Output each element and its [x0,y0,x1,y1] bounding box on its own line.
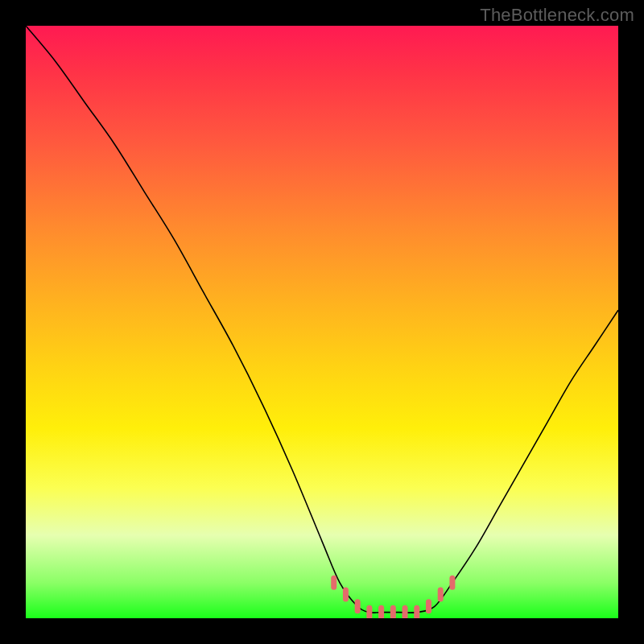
plot-area [26,26,618,618]
optimal-marker [331,576,336,590]
optimal-marker [390,605,396,618]
optimal-marker [402,605,408,618]
optimal-marker [438,588,444,602]
bottleneck-curve [26,26,618,613]
optimal-marker [355,599,361,613]
optimal-marker [378,605,384,618]
attribution-text: TheBottleneck.com [480,5,634,26]
optimal-marker [366,605,372,618]
bottleneck-curve-svg [26,26,618,618]
optimal-marker [426,599,431,613]
optimal-marker [449,576,455,590]
optimal-marker [414,605,419,618]
chart-frame: TheBottleneck.com [0,0,644,644]
optimal-marker [343,588,349,602]
